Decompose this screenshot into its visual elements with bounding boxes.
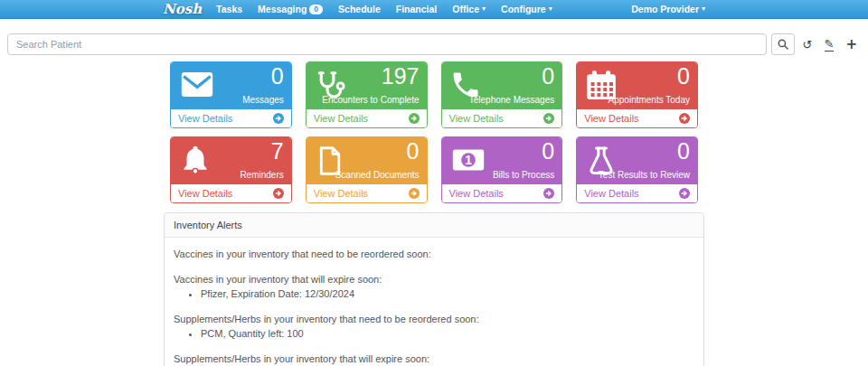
pen-icon: ✎ xyxy=(825,38,835,52)
caret-down-icon: ▾ xyxy=(549,5,552,13)
money-icon: 1 xyxy=(449,144,487,176)
inventory-section: Supplements/Herbs in your inventory that… xyxy=(174,314,694,340)
tile-label: Test Results to Review xyxy=(599,170,690,180)
arrow-circle-right-icon xyxy=(543,113,554,124)
tile-count: 0 xyxy=(542,138,554,164)
inventory-item: PCM, Quantity left: 100 xyxy=(201,328,694,340)
arrow-circle-right-icon xyxy=(273,113,284,124)
plus-icon: + xyxy=(845,36,857,52)
tile-appointments: 0 Appointments Today View Details xyxy=(576,61,698,128)
tile-body: 0 Appointments Today xyxy=(577,62,697,109)
arrow-circle-right-icon xyxy=(409,188,420,199)
tile-label: Scanned Documents xyxy=(335,170,420,180)
patient-search-bar: ↺ ✎ + xyxy=(7,33,861,55)
view-details-label: View Details xyxy=(178,113,232,124)
tile-body: 197 Encounters to Complete xyxy=(307,62,427,109)
nav-item-label: Messaging xyxy=(258,4,307,14)
tile-count: 0 xyxy=(677,138,690,164)
arrow-circle-right-icon xyxy=(543,188,554,199)
nav-item-schedule[interactable]: Schedule xyxy=(338,4,381,14)
inventory-section-text: Vaccines in your inventory that need to … xyxy=(174,249,694,260)
inventory-item: Pfizer, Expiration Date: 12/30/2024 xyxy=(201,288,694,300)
arrow-circle-right-icon xyxy=(679,188,690,199)
dashboard: 0 Messages View Details xyxy=(163,61,705,366)
tile-label: Telephone Messages xyxy=(469,95,555,105)
nav-item-financial[interactable]: Financial xyxy=(396,4,438,14)
nav-item-label: Configure xyxy=(501,4,546,14)
sign-button[interactable]: ✎ xyxy=(821,36,838,53)
tile-body: 0 Test Results to Review xyxy=(577,137,697,184)
view-details-link[interactable]: View Details xyxy=(171,109,291,127)
tile-count: 7 xyxy=(271,138,284,164)
history-button[interactable]: ↺ xyxy=(799,37,816,52)
svg-text:1: 1 xyxy=(465,153,472,167)
arrow-circle-right-icon xyxy=(679,113,690,124)
view-details-link[interactable]: View Details xyxy=(577,109,697,127)
inventory-body: Vaccines in your inventory that need to … xyxy=(165,238,703,366)
inventory-section: Vaccines in your inventory that will exp… xyxy=(174,274,694,300)
arrow-circle-right-icon xyxy=(409,113,420,124)
user-menu-label: Demo Provider xyxy=(631,4,699,14)
top-navbar: Nosh Tasks Messaging 0 Schedule Financia… xyxy=(0,0,868,19)
add-patient-button[interactable]: + xyxy=(842,36,861,53)
nav-item-configure[interactable]: Configure ▾ xyxy=(501,4,552,14)
view-details-label: View Details xyxy=(584,188,638,199)
tile-label: Messages xyxy=(242,95,284,105)
tile-body: 0 Telephone Messages xyxy=(442,62,562,109)
nav-item-label: Schedule xyxy=(338,4,381,14)
user-menu[interactable]: Demo Provider ▾ xyxy=(631,4,705,14)
tile-label: Encounters to Complete xyxy=(322,95,419,105)
nav-item-messaging[interactable]: Messaging 0 xyxy=(258,4,323,14)
search-button[interactable] xyxy=(771,33,795,55)
tile-label: Reminders xyxy=(240,170,283,180)
view-details-label: View Details xyxy=(449,113,504,124)
nav-item-office[interactable]: Office ▾ xyxy=(452,4,486,14)
nav-item-label: Office xyxy=(452,4,479,14)
tile-label: Bills to Process xyxy=(493,170,554,180)
view-details-label: View Details xyxy=(314,113,368,124)
view-details-link[interactable]: View Details xyxy=(442,184,562,202)
view-details-label: View Details xyxy=(449,188,504,199)
inventory-section-text: Supplements/Herbs in your inventory that… xyxy=(174,353,694,365)
tile-count: 0 xyxy=(677,63,690,89)
inventory-item-list: Pfizer, Expiration Date: 12/30/2024 xyxy=(174,288,694,300)
nav-item-label: Tasks xyxy=(216,4,242,14)
inventory-section: Vaccines in your inventory that need to … xyxy=(174,249,694,260)
caret-down-icon: ▾ xyxy=(482,5,486,13)
view-details-link[interactable]: View Details xyxy=(307,109,427,127)
tile-count: 0 xyxy=(407,138,420,164)
view-details-link[interactable]: View Details xyxy=(307,184,427,202)
tile-body: 0 Messages xyxy=(171,62,291,109)
brand-logo[interactable]: Nosh xyxy=(163,1,202,17)
nav-item-tasks[interactable]: Tasks xyxy=(216,4,242,14)
tile-count: 197 xyxy=(382,63,420,89)
bell-icon xyxy=(178,144,212,178)
nav-links: Tasks Messaging 0 Schedule Financial Off… xyxy=(216,4,705,14)
envelope-icon xyxy=(178,69,216,101)
nav-item-label: Financial xyxy=(396,4,438,14)
tile-body: 0 Scanned Documents xyxy=(307,137,427,184)
view-details-label: View Details xyxy=(314,188,368,199)
view-details-link[interactable]: View Details xyxy=(577,184,697,202)
tile-encounters: 197 Encounters to Complete View Details xyxy=(306,61,428,128)
inventory-item-list: PCM, Quantity left: 100 xyxy=(174,328,694,340)
search-input[interactable] xyxy=(7,33,767,55)
arrow-circle-right-icon xyxy=(273,188,284,199)
messaging-badge: 0 xyxy=(309,5,323,14)
tile-bills: 1 0 Bills to Process View Details xyxy=(441,136,563,203)
view-details-link[interactable]: View Details xyxy=(171,184,291,202)
inventory-section-text: Vaccines in your inventory that will exp… xyxy=(174,274,694,286)
tile-grid: 0 Messages View Details xyxy=(170,61,698,203)
tile-body: 1 0 Bills to Process xyxy=(442,137,562,184)
tile-scanned-documents: 0 Scanned Documents View Details xyxy=(306,136,428,203)
caret-down-icon: ▾ xyxy=(702,5,705,13)
inventory-section: Supplements/Herbs in your inventory that… xyxy=(174,353,694,365)
tile-count: 0 xyxy=(271,63,284,89)
tile-test-results: 0 Test Results to Review View Details xyxy=(576,136,698,203)
view-details-link[interactable]: View Details xyxy=(442,109,562,127)
inventory-section-text: Supplements/Herbs in your inventory that… xyxy=(174,314,694,325)
view-details-label: View Details xyxy=(584,113,638,124)
tile-count: 0 xyxy=(542,63,554,89)
history-icon: ↺ xyxy=(803,38,813,52)
inventory-alerts-panel: Inventory Alerts Vaccines in your invent… xyxy=(164,212,704,366)
